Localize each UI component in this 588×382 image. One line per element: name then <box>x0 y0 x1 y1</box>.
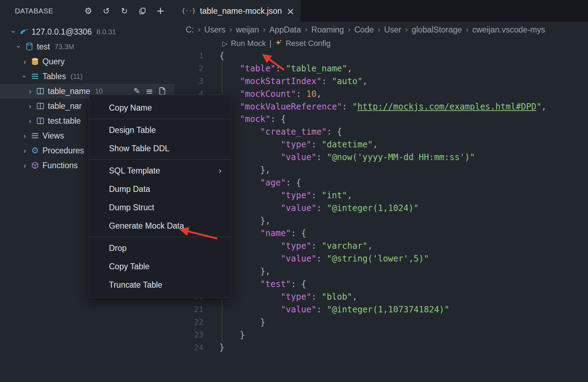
code-line-text[interactable]: "type": "datetime", <box>215 140 378 149</box>
menu-item-drop[interactable]: Drop <box>89 239 231 257</box>
copy-icon[interactable] <box>138 6 147 16</box>
breadcrumb-item-users[interactable]: Users <box>204 25 225 35</box>
code-line-text[interactable]: "value": "@integer(1,1073741824)" <box>215 305 449 315</box>
breadcrumb-item-globalstorage[interactable]: globalStorage <box>412 25 462 35</box>
menu-icon[interactable]: ≡ <box>146 87 153 96</box>
code-line: 3 "mockStartIndex": "auto", <box>174 75 588 88</box>
code-line-text[interactable]: "mockStartIndex": "auto", <box>215 76 368 86</box>
line-number: 23 <box>174 330 215 339</box>
menu-item-label: Generate Mock Data <box>109 221 184 231</box>
menu-item-sql-template[interactable]: SQL Template› <box>89 161 231 180</box>
editor-area: {··} table_name-mock.json × C:›Users›wei… <box>174 0 588 382</box>
menu-item-dump-data[interactable]: Dump Data <box>89 180 231 198</box>
code-line-text[interactable]: { <box>215 51 224 61</box>
code-line: 13 "value": "@integer(1,1024)" <box>174 202 588 214</box>
code-line: 9 "value": "@now('yyyy-MM-dd HH:mm:ss')" <box>174 151 588 164</box>
menu-separator <box>89 237 231 237</box>
breadcrumb-separator-icon: › <box>348 25 350 34</box>
tab-close-icon[interactable]: × <box>287 6 295 16</box>
code-line-text[interactable]: "type": "varchar", <box>215 241 373 251</box>
codelens-reset-config[interactable]: Reset Config <box>275 39 330 48</box>
breadcrumb-separator-icon: › <box>198 25 200 34</box>
menu-item-label: Copy Table <box>109 262 150 271</box>
menu-item-copy-name[interactable]: Copy Name <box>89 99 231 117</box>
chevron-right-icon[interactable]: › <box>25 102 35 110</box>
functions-icon <box>29 161 41 170</box>
menu-item-truncate-table[interactable]: Truncate Table <box>89 276 231 294</box>
code-line-text[interactable]: } <box>215 330 245 340</box>
tree-item-label: Query <box>42 57 65 66</box>
chevron-right-icon[interactable]: › <box>20 146 29 155</box>
chevron-down-icon[interactable]: › <box>21 72 29 81</box>
table-context-menu: Copy NameDesign TableShow Table DDLSQL T… <box>89 95 231 298</box>
tree-item-test[interactable]: ›test73.3M <box>0 39 174 54</box>
breadcrumb-item-cweijan-vscode-mys[interactable]: cweijan.vscode-mys <box>472 25 545 35</box>
line-number: 21 <box>174 305 215 314</box>
add-icon[interactable]: + <box>156 6 165 16</box>
breadcrumb-item-c[interactable]: C: <box>186 25 194 35</box>
line-number: 1 <box>174 51 215 60</box>
codelens-run-mock[interactable]: ▷Run Mock <box>222 39 266 48</box>
play-icon: ▷ <box>222 39 227 48</box>
tree-item-label: 127.0.0.1@3306 <box>31 27 92 37</box>
menu-item-copy-table[interactable]: Copy Table <box>89 257 231 276</box>
code-line: 2 "table": "table_name", <box>174 62 588 75</box>
sidebar-title: DATABASE <box>15 7 53 15</box>
tree-item-label: table_name <box>48 87 90 96</box>
refresh-icon[interactable]: ↻ <box>120 6 129 16</box>
menu-item-label: Design Table <box>109 125 156 135</box>
tab-table-name-mock-json[interactable]: {··} table_name-mock.json × <box>174 0 300 22</box>
new-file-icon[interactable] <box>159 87 166 95</box>
database-icon <box>24 42 35 51</box>
code-line-text[interactable]: "mockCount": 10, <box>215 89 322 99</box>
tree-item-meta: (11) <box>70 72 82 81</box>
chevron-down-icon[interactable]: › <box>15 42 23 51</box>
mockjs-doc-link[interactable]: http://mockjs.com/examples.html#DPD <box>357 102 536 112</box>
chevron-right-icon[interactable]: › <box>25 117 35 125</box>
procedures-icon: ⚙ <box>29 146 41 155</box>
tree-item-tables[interactable]: ›Tables(11) <box>0 69 174 84</box>
menu-item-design-table[interactable]: Design Table <box>89 121 231 139</box>
history-icon[interactable]: ↺ <box>102 6 111 16</box>
code-line-text[interactable]: "value": "@integer(1,1024)" <box>215 203 419 213</box>
chevron-right-icon[interactable]: › <box>20 57 29 66</box>
menu-separator <box>89 119 231 119</box>
code-line-text[interactable]: "mockValueReference": "http://mockjs.com… <box>215 102 547 112</box>
code-line: 4 "mockCount": 10, <box>174 88 588 100</box>
code-line-text[interactable]: "value": "@string('lower',5)" <box>215 254 429 264</box>
code-line-text[interactable]: "type": "blob", <box>215 292 357 302</box>
tree-item-meta: 10 <box>95 87 103 95</box>
code-line: 6 "mock": { <box>174 113 588 125</box>
code-line-text[interactable]: } <box>215 342 224 352</box>
code-line-text[interactable]: "value": "@now('yyyy-MM-dd HH:mm:ss')" <box>215 152 475 162</box>
code-line-text[interactable]: } <box>215 317 265 327</box>
chevron-right-icon[interactable]: › <box>20 131 29 140</box>
chevron-down-icon[interactable]: › <box>10 27 18 36</box>
line-number: 22 <box>174 318 215 327</box>
code-line: 7 "create_time": { <box>174 125 588 138</box>
edit-icon[interactable]: ✎ <box>134 87 140 95</box>
menu-item-dump-struct[interactable]: Dump Struct <box>89 198 231 217</box>
chevron-right-icon[interactable]: › <box>25 87 35 95</box>
sidebar-header: DATABASE ⚙↺↻+ <box>0 0 174 22</box>
chevron-right-icon[interactable]: › <box>20 161 29 170</box>
code-line: 21 "value": "@integer(1,1073741824)" <box>174 303 588 316</box>
menu-item-generate-mock-data[interactable]: Generate Mock Data <box>89 217 231 235</box>
breadcrumb-item-roaming[interactable]: Roaming <box>311 25 344 35</box>
code-line-text[interactable]: "type": "int", <box>215 190 352 200</box>
gear-icon[interactable]: ⚙ <box>83 6 93 16</box>
breadcrumb-item-appdata[interactable]: AppData <box>269 25 301 35</box>
code-line-text[interactable]: "create_time": { <box>215 127 342 137</box>
code-line-text[interactable]: "table": "table_name", <box>215 64 352 74</box>
views-icon <box>29 131 41 140</box>
breadcrumb-item-code[interactable]: Code <box>354 25 374 35</box>
menu-item-show-table-ddl[interactable]: Show Table DDL <box>89 139 231 158</box>
breadcrumb-item-user[interactable]: User <box>384 25 402 35</box>
breadcrumb-separator-icon: › <box>229 25 232 34</box>
tree-item-query[interactable]: ›Query <box>0 54 174 69</box>
tree-item-127-0-0-1-3306[interactable]: ›127.0.0.1@33068.0.31 <box>0 24 174 39</box>
codelens-label: Run Mock <box>231 39 266 48</box>
query-icon <box>29 57 41 66</box>
code-line: 5 "mockValueReference": "http://mockjs.c… <box>174 100 588 113</box>
breadcrumb-item-weijan[interactable]: weijan <box>236 25 259 35</box>
